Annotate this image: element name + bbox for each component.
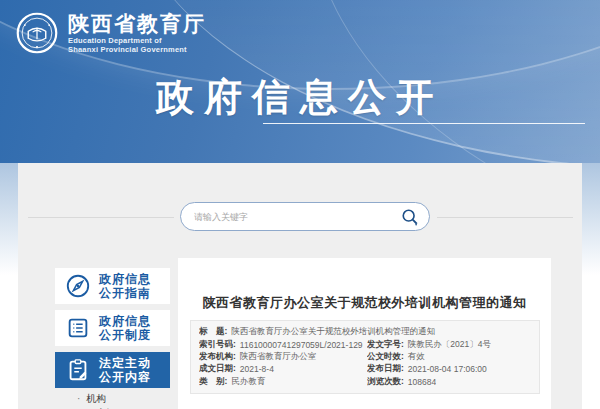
article-panel: 陕西省教育厅办公室关于规范校外培训机构管理的通知 标 题: 陕西省教育厅办公室关… — [178, 258, 551, 409]
meta-label-publish-date: 发布日期: — [367, 363, 404, 375]
meta-label-publisher: 发布机构: — [199, 351, 236, 363]
meta-value-title: 陕西省教育厅办公室关于规范校外培训机构管理的通知 — [231, 326, 435, 338]
meta-label-title: 标 题: — [199, 326, 227, 338]
sidebar-item-label: 法定主动 — [99, 356, 151, 370]
search-bar — [180, 202, 430, 231]
meta-label-doc-number: 发文字号: — [367, 339, 404, 351]
article-title: 陕西省教育厅办公室关于规范校外培训机构管理的通知 — [178, 294, 551, 312]
meta-row-title: 标 题: 陕西省教育厅办公室关于规范校外培训机构管理的通知 — [199, 326, 531, 338]
brand-text: 陕西省教育厅 Education Department of Shaanxi P… — [68, 12, 206, 54]
meta-value-index-number: 11610000741297059L/2021-129 — [240, 340, 363, 350]
org-name-en-line2: Shaanxi Provincial Government — [68, 45, 206, 54]
document-list-icon — [65, 315, 91, 341]
sidebar-item-disclosure-guide[interactable]: 政府信息 公开指南 — [55, 268, 170, 304]
header-banner: 陕西省教育厅 Education Department of Shaanxi P… — [0, 0, 600, 163]
meta-value-views: 108684 — [408, 377, 436, 387]
sidebar-subitem-label: 机构 — [86, 393, 106, 404]
sidebar-item-label: 公开内容 — [99, 370, 151, 384]
compass-icon — [65, 273, 91, 299]
meta-value-written-date: 2021-8-4 — [240, 364, 274, 374]
page-title: 政府信息公开 — [0, 72, 600, 123]
org-name-en-line1: Education Department of — [68, 36, 206, 45]
meta-label-index-number: 索引号码: — [199, 339, 236, 351]
sidebar-item-statutory-disclosure[interactable]: 法定主动 公开内容 — [55, 352, 170, 388]
page: 陕西省教育厅 Education Department of Shaanxi P… — [0, 0, 600, 409]
bullet: · — [77, 393, 80, 404]
meta-row-index: 索引号码: 11610000741297059L/2021-129 发文字号: … — [199, 338, 531, 350]
article-meta-table: 标 题: 陕西省教育厅办公室关于规范校外培训机构管理的通知 索引号码: 1161… — [190, 320, 540, 394]
meta-row-category: 类 别: 民办教育 浏览次数: 108684 — [199, 376, 531, 388]
meta-value-publish-date: 2021-08-04 17:06:00 — [408, 364, 487, 374]
meta-value-category: 民办教育 — [231, 376, 265, 388]
meta-value-publisher: 陕西省教育厅办公室 — [240, 351, 317, 363]
sidebar-item-label: 政府信息 — [99, 314, 151, 328]
meta-value-doc-number: 陕教民办〔2021〕4号 — [408, 339, 491, 351]
sidebar-item-label: 政府信息 — [99, 272, 151, 286]
meta-value-validity: 有效 — [408, 351, 425, 363]
meta-row-dates: 成文日期: 2021-8-4 发布日期: 2021-08-04 17:06:00 — [199, 363, 531, 375]
meta-label-written-date: 成文日期: — [199, 363, 236, 375]
meta-label-validity: 公文时效: — [367, 351, 404, 363]
meta-row-publisher: 发布机构: 陕西省教育厅办公室 公文时效: 有效 — [199, 351, 531, 363]
title-underline — [263, 123, 585, 124]
search-button[interactable] — [399, 203, 429, 230]
divider-line — [437, 217, 573, 218]
divider-line — [28, 217, 174, 218]
search-icon — [401, 208, 419, 226]
clipboard-pen-icon — [65, 357, 91, 383]
government-seal-icon — [16, 12, 58, 54]
sidebar-subitem-organization[interactable]: ·机构 — [55, 392, 170, 406]
search-input[interactable] — [181, 212, 399, 222]
meta-label-views: 浏览次数: — [367, 376, 404, 388]
meta-label-category: 类 别: — [199, 376, 227, 388]
sidebar-item-label: 公开指南 — [99, 286, 151, 300]
org-name-cn: 陕西省教育厅 — [68, 12, 206, 36]
sidebar-item-disclosure-system[interactable]: 政府信息 公开制度 — [55, 310, 170, 346]
site-brand[interactable]: 陕西省教育厅 Education Department of Shaanxi P… — [16, 12, 206, 54]
sidebar-item-label: 公开制度 — [99, 328, 151, 342]
